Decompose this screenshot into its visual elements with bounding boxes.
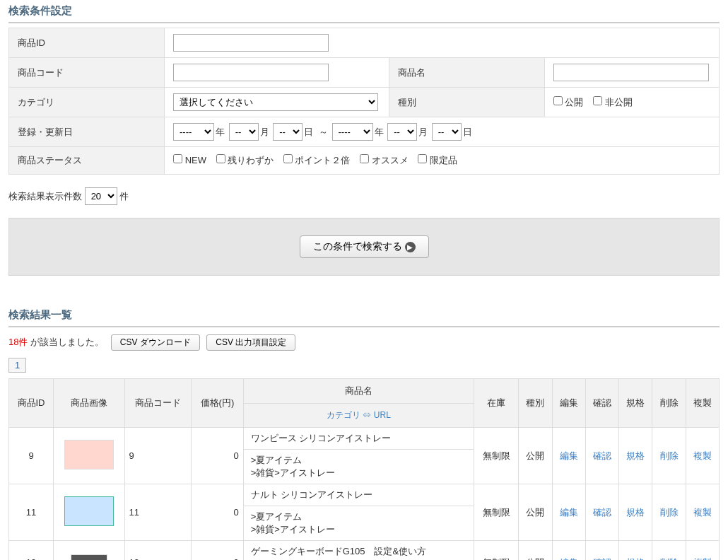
csv-download-button[interactable]: CSV ダウンロード xyxy=(111,334,200,351)
status-label: 商品ステータス xyxy=(9,147,165,175)
date-to-month[interactable]: -- xyxy=(387,123,417,141)
date-from-day[interactable]: -- xyxy=(273,123,303,141)
category-select[interactable]: 選択してください xyxy=(173,93,378,111)
chevron-right-icon: ▶ xyxy=(405,242,416,252)
col-spec: 規格 xyxy=(619,379,652,428)
status-point2-checkbox[interactable] xyxy=(283,154,293,163)
category-label: カテゴリ xyxy=(9,88,165,117)
search-button[interactable]: この条件で検索する▶ xyxy=(300,235,429,258)
col-kind: 種別 xyxy=(519,379,552,428)
col-id: 商品ID xyxy=(9,379,54,428)
edit-link[interactable]: 編集 xyxy=(560,507,578,518)
edit-link[interactable]: 編集 xyxy=(560,450,578,461)
result-count: 18件 xyxy=(8,337,28,347)
search-section-title: 検索条件設定 xyxy=(8,0,720,23)
cell-id: 11 xyxy=(9,484,54,541)
spec-link[interactable]: 規格 xyxy=(626,450,645,461)
edit-link[interactable]: 編集 xyxy=(560,557,578,561)
results-section-title: 検索結果一覧 xyxy=(8,304,720,327)
col-image: 商品画像 xyxy=(54,379,125,428)
cell-name: ゲーミングキーボードG105 設定&使い方 xyxy=(243,541,474,561)
confirm-link[interactable]: 確認 xyxy=(593,557,611,561)
page-count-select[interactable]: 20 xyxy=(85,187,117,205)
col-code: 商品コード xyxy=(124,379,192,428)
kind-private-label[interactable]: 非公開 xyxy=(593,97,633,107)
status-limited-checkbox[interactable] xyxy=(418,154,427,163)
date-label: 登録・更新日 xyxy=(9,117,165,147)
cell-image xyxy=(54,428,125,484)
copy-link[interactable]: 複製 xyxy=(693,450,712,461)
copy-link[interactable]: 複製 xyxy=(693,507,712,518)
cell-stock: 無制限 xyxy=(474,541,519,561)
cell-category: >夏アイテム >雑貨>アイストレー xyxy=(243,506,474,541)
product-thumbnail xyxy=(71,554,107,561)
delete-link[interactable]: 削除 xyxy=(660,450,679,461)
delete-link[interactable]: 削除 xyxy=(660,507,679,518)
cell-code: 11 xyxy=(124,484,192,541)
cell-price: 0 xyxy=(192,541,244,561)
search-action-bar: この条件で検索する▶ xyxy=(8,218,720,276)
col-price: 価格(円) xyxy=(192,379,244,428)
product-name-label: 商品名 xyxy=(389,58,544,88)
cell-stock: 無制限 xyxy=(474,484,519,541)
product-code-input[interactable] xyxy=(173,64,329,81)
table-row: 990ワンピース シリコンアイストレー無制限公開編集確認規格削除複製 xyxy=(9,428,720,450)
pager: 1 xyxy=(8,358,720,373)
cell-price: 0 xyxy=(192,484,244,541)
page-1[interactable]: 1 xyxy=(8,358,26,373)
product-code-label: 商品コード xyxy=(9,58,165,88)
cell-price: 0 xyxy=(192,428,244,484)
cell-stock: 無制限 xyxy=(474,428,519,484)
date-to-day[interactable]: -- xyxy=(432,123,462,141)
kind-public-checkbox[interactable] xyxy=(553,96,563,105)
csv-settings-button[interactable]: CSV 出力項目設定 xyxy=(206,334,295,351)
date-from-month[interactable]: -- xyxy=(229,123,259,141)
col-cat-url[interactable]: カテゴリ ⇔ URL xyxy=(243,404,474,428)
product-thumbnail xyxy=(64,496,114,526)
cell-image xyxy=(54,484,125,541)
spec-link[interactable]: 規格 xyxy=(626,507,645,518)
status-new-checkbox[interactable] xyxy=(173,154,182,163)
cell-kind: 公開 xyxy=(519,541,552,561)
cell-kind: 公開 xyxy=(519,484,552,541)
copy-link[interactable]: 複製 xyxy=(693,557,712,561)
search-form-table: 商品ID 商品コード 商品名 カテゴリ 選択してください 種別 公開 非公開 登… xyxy=(8,28,720,175)
table-row: 19190ゲーミングキーボードG105 設定&使い方無制限公開編集確認規格削除複… xyxy=(9,541,720,561)
confirm-link[interactable]: 確認 xyxy=(593,450,611,461)
cell-code: 9 xyxy=(124,428,192,484)
page-count-row: 検索結果表示件数 20 件 xyxy=(8,187,720,205)
col-name: 商品名 xyxy=(243,379,474,404)
spec-link[interactable]: 規格 xyxy=(626,557,645,561)
product-id-input[interactable] xyxy=(173,34,329,52)
status-low-checkbox[interactable] xyxy=(216,154,225,163)
cell-name: ナルト シリコンアイストレー xyxy=(243,484,474,506)
kind-private-checkbox[interactable] xyxy=(593,96,602,105)
col-copy: 複製 xyxy=(686,379,719,428)
cell-code: 19 xyxy=(124,541,192,561)
date-from-year[interactable]: ---- xyxy=(173,123,214,141)
kind-label: 種別 xyxy=(389,88,544,117)
results-table: 商品ID 商品画像 商品コード 価格(円) 商品名 在庫 種別 編集 確認 規格… xyxy=(8,378,720,560)
col-stock: 在庫 xyxy=(474,379,519,428)
col-edit: 編集 xyxy=(552,379,585,428)
kind-public-label[interactable]: 公開 xyxy=(553,97,584,107)
product-id-label: 商品ID xyxy=(9,28,165,58)
cell-image xyxy=(54,541,125,561)
cell-name: ワンピース シリコンアイストレー xyxy=(243,428,474,450)
product-name-input[interactable] xyxy=(553,64,709,81)
result-info: 18件 が該当しました。 CSV ダウンロード CSV 出力項目設定 xyxy=(8,334,720,351)
confirm-link[interactable]: 確認 xyxy=(593,507,611,518)
cell-kind: 公開 xyxy=(519,428,552,484)
date-to-year[interactable]: ---- xyxy=(332,123,373,141)
cell-id: 9 xyxy=(9,428,54,484)
col-confirm: 確認 xyxy=(585,379,618,428)
cell-id: 19 xyxy=(9,541,54,561)
delete-link[interactable]: 削除 xyxy=(660,557,679,561)
product-thumbnail xyxy=(64,440,114,469)
status-osusume-checkbox[interactable] xyxy=(360,154,369,163)
cell-category: >夏アイテム >雑貨>アイストレー xyxy=(243,450,474,484)
table-row: 11110ナルト シリコンアイストレー無制限公開編集確認規格削除複製 xyxy=(9,484,720,506)
col-delete: 削除 xyxy=(652,379,686,428)
